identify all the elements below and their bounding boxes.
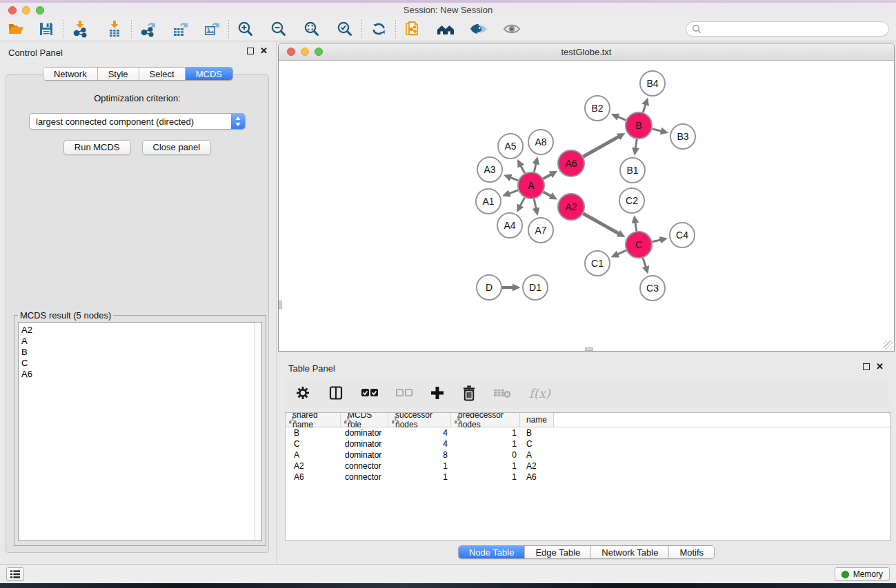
tab-style[interactable]: Style (98, 68, 139, 80)
graph-edge-B-B2[interactable] (617, 116, 626, 120)
graph-node-A4[interactable]: A4 (497, 213, 522, 238)
settings-gear-icon[interactable] (295, 385, 311, 401)
graph-edge-B-B3[interactable] (652, 129, 662, 132)
zoom-selected-icon[interactable] (335, 19, 355, 39)
table-row[interactable]: A2connector11A2 (286, 460, 890, 472)
float-table-panel-icon[interactable] (863, 363, 870, 370)
graph-node-A7[interactable]: A7 (528, 218, 553, 243)
close-table-panel-icon[interactable]: ✕ (876, 363, 884, 370)
tab-network-table[interactable]: Network Table (591, 546, 669, 558)
graph-node-B[interactable]: B (626, 112, 652, 139)
table-row[interactable]: Adominator80A (286, 449, 890, 460)
column-header-predecessor-nodes[interactable]: predecessor nodes (451, 413, 520, 427)
column-header-name[interactable]: name (520, 413, 554, 427)
canvas-left-handle[interactable] (279, 301, 282, 309)
table-row[interactable]: Cdominator41C (286, 438, 890, 449)
graph-node-A3[interactable]: A3 (477, 157, 502, 182)
select-all-rows-icon[interactable] (361, 387, 379, 398)
result-list-scrollbar[interactable] (254, 323, 261, 540)
open-file-icon[interactable] (6, 19, 26, 39)
result-item[interactable]: A2 (21, 325, 261, 336)
import-network-icon[interactable] (70, 19, 90, 39)
graph-edge-C-C1[interactable] (617, 250, 626, 254)
network-from-selection-icon[interactable] (402, 19, 423, 39)
graph-node-B4[interactable]: B4 (640, 71, 665, 96)
tab-select[interactable]: Select (139, 68, 186, 80)
window-resize-grip[interactable] (884, 341, 893, 350)
result-item[interactable]: A6 (21, 369, 261, 380)
graph-edge-C-C4[interactable] (653, 240, 661, 242)
export-image-icon[interactable] (201, 19, 222, 39)
graph-node-D1[interactable]: D1 (523, 275, 548, 300)
memory-button[interactable]: Memory (835, 567, 890, 581)
column-header-successor-nodes[interactable]: successor nodes (388, 413, 451, 427)
graph-node-B2[interactable]: B2 (585, 96, 610, 121)
apply-layout-icon[interactable] (368, 19, 389, 39)
zoom-in-icon[interactable] (235, 19, 256, 39)
task-history-button[interactable] (6, 567, 24, 581)
close-panel-icon[interactable]: ✕ (260, 48, 268, 54)
graph-node-C3[interactable]: C3 (640, 276, 665, 301)
import-table-icon[interactable] (104, 19, 125, 39)
graph-node-D[interactable]: D (477, 275, 501, 300)
graph-edge-C-C3[interactable] (643, 258, 646, 267)
graph-node-A1[interactable]: A1 (476, 189, 501, 214)
birds-eye-view-icon[interactable] (501, 19, 522, 39)
graph-node-A[interactable]: A (518, 172, 544, 199)
tab-motifs[interactable]: Motifs (669, 546, 714, 558)
column-selector-icon[interactable] (328, 385, 344, 401)
criterion-dropdown[interactable]: largest connected component (directed) (29, 113, 246, 130)
graph-edge-B-B1[interactable] (635, 139, 637, 149)
graphics-details-icon[interactable] (468, 19, 489, 39)
graph-edge-A-A4[interactable] (520, 198, 525, 207)
table-row[interactable]: A6connector11A6 (286, 472, 890, 483)
graph-edge-A-A7[interactable] (534, 199, 536, 210)
graph-node-A6[interactable]: A6 (558, 150, 584, 176)
graph-node-A8[interactable]: A8 (528, 130, 553, 154)
network-canvas[interactable]: B4B2BB3A5A8A6A3B1AA1C2A2A4A7C4CC1C3DD1 (279, 61, 894, 351)
graph-edge-A-A5[interactable] (520, 165, 524, 173)
graph-edge-B-B4[interactable] (643, 103, 646, 112)
delete-columns-icon[interactable] (461, 385, 477, 401)
svg-text:A8: A8 (535, 136, 546, 148)
column-header-MCDS-role[interactable]: MCDS role (341, 413, 388, 427)
graph-edge-A-A6[interactable] (544, 174, 552, 179)
graph-edge-A-A1[interactable] (508, 190, 518, 194)
search-input[interactable] (701, 24, 883, 34)
graph-node-A2[interactable]: A2 (558, 194, 584, 220)
deselect-all-rows-icon[interactable] (395, 387, 413, 398)
graph-node-C[interactable]: C (626, 232, 652, 258)
save-session-icon[interactable] (36, 19, 57, 39)
tab-node-table[interactable]: Node Table (459, 546, 526, 558)
result-item[interactable]: C (21, 358, 261, 369)
graph-edge-A6-B[interactable] (583, 136, 619, 157)
tab-mcds[interactable]: MCDS (186, 68, 232, 80)
graph-edge-A-A3[interactable] (510, 177, 518, 181)
zoom-fit-icon[interactable] (301, 19, 322, 39)
graph-node-C1[interactable]: C1 (585, 251, 610, 276)
tab-network[interactable]: Network (43, 68, 98, 80)
graph-edge-A-A8[interactable] (534, 163, 536, 172)
canvas-bottom-handle[interactable] (585, 347, 593, 351)
graph-node-A5[interactable]: A5 (498, 134, 523, 159)
float-panel-icon[interactable] (247, 48, 254, 54)
result-item[interactable]: A (21, 336, 261, 347)
export-table-icon[interactable] (170, 19, 190, 39)
tab-edge-table[interactable]: Edge Table (525, 546, 591, 558)
graph-node-B1[interactable]: B1 (620, 158, 645, 183)
column-header-shared-name[interactable]: shared name (286, 413, 341, 427)
graph-edge-C-C2[interactable] (635, 222, 637, 232)
zoom-out-icon[interactable] (268, 19, 289, 39)
graph-node-B3[interactable]: B3 (670, 124, 695, 149)
run-mcds-button[interactable]: Run MCDS (63, 140, 131, 155)
graph-node-C4[interactable]: C4 (670, 223, 695, 247)
result-item[interactable]: B (21, 347, 261, 358)
graph-node-C2[interactable]: C2 (619, 188, 644, 213)
export-network-icon[interactable] (138, 19, 159, 39)
graph-edge-A-A2[interactable] (544, 192, 552, 196)
network-window-titlebar[interactable]: testGlobe.txt (279, 43, 894, 61)
graph-edge-A2-C[interactable] (583, 214, 619, 234)
close-panel-button[interactable]: Close panel (142, 140, 212, 155)
show-network-overview-icon[interactable] (435, 19, 456, 39)
add-column-icon[interactable] (430, 385, 445, 401)
